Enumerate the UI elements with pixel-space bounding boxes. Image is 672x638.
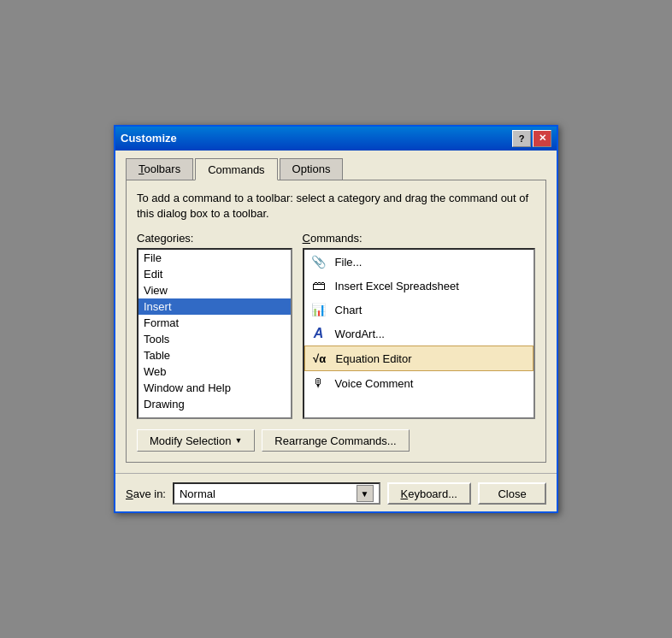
dialog-content: Toolbars Commands Options To add a comma…	[115, 151, 557, 473]
categories-panel: Categories: File Edit View Insert Format…	[137, 232, 292, 419]
category-insert[interactable]: Insert	[139, 298, 291, 315]
command-voice-label: Voice Comment	[335, 377, 414, 390]
panels-row: Categories: File Edit View Insert Format…	[137, 232, 535, 419]
commands-panel: Commands: 📎 File... 🗃 Insert Excel Sprea…	[303, 232, 535, 419]
action-buttons-row: Modify Selection ▼ Rearrange Commands...	[137, 429, 535, 452]
tab-content-commands: To add a command to a toolbar: select a …	[126, 180, 546, 463]
title-bar-buttons: ? ✕	[512, 130, 551, 147]
equation-icon: √α	[310, 349, 329, 368]
rearrange-commands-button[interactable]: Rearrange Commands...	[262, 429, 409, 452]
command-insert-excel-label: Insert Excel Spreadsheet	[335, 280, 459, 292]
category-table[interactable]: Table	[139, 347, 291, 363]
command-file[interactable]: 📎 File...	[304, 250, 533, 274]
category-drawing[interactable]: Drawing	[139, 396, 291, 412]
category-format[interactable]: Format	[139, 315, 291, 331]
commands-listbox[interactable]: 📎 File... 🗃 Insert Excel Spreadsheet 📊 C…	[303, 248, 535, 419]
save-in-value: Normal	[180, 487, 357, 500]
category-edit[interactable]: Edit	[139, 266, 291, 282]
save-in-label: Save in:	[126, 487, 166, 500]
command-insert-excel[interactable]: 🗃 Insert Excel Spreadsheet	[304, 274, 533, 298]
dropdown-arrow-icon: ▼	[234, 436, 242, 445]
category-tools[interactable]: Tools	[139, 331, 291, 347]
command-chart-label: Chart	[335, 304, 363, 316]
categories-label: Categories:	[137, 232, 292, 245]
keyboard-label: Keyboard...	[401, 487, 458, 500]
help-button[interactable]: ?	[512, 130, 531, 147]
title-bar: Customize ? ✕	[115, 127, 557, 151]
command-voice-comment[interactable]: 🎙 Voice Comment	[304, 371, 533, 395]
save-in-dropdown-button[interactable]: ▼	[357, 485, 374, 502]
close-button[interactable]: Close	[478, 482, 546, 505]
tab-commands[interactable]: Commands	[195, 158, 277, 180]
chart-icon: 📊	[309, 300, 328, 319]
customize-dialog: Customize ? ✕ Toolbars Commands Options …	[114, 125, 558, 513]
category-file[interactable]: File	[139, 250, 291, 266]
window-close-button[interactable]: ✕	[533, 130, 551, 147]
command-equation-editor[interactable]: √α Equation Editor	[304, 346, 533, 371]
file-icon: 📎	[309, 252, 328, 271]
voice-icon: 🎙	[309, 374, 328, 393]
footer: Save in: Normal ▼ Keyboard... Close	[115, 473, 557, 511]
tab-toolbars[interactable]: Toolbars	[126, 158, 193, 180]
keyboard-button[interactable]: Keyboard...	[387, 482, 472, 505]
dialog-title: Customize	[121, 132, 177, 145]
excel-icon: 🗃	[309, 276, 328, 295]
command-equation-label: Equation Editor	[336, 352, 412, 365]
category-web[interactable]: Web	[139, 363, 291, 380]
wordart-icon: A	[309, 324, 328, 343]
command-wordart-label: WordArt...	[335, 328, 385, 340]
categories-listbox[interactable]: File Edit View Insert Format Tools Table…	[137, 248, 292, 419]
save-in-combo[interactable]: Normal ▼	[173, 482, 380, 505]
close-label: Close	[498, 487, 526, 500]
commands-label: Commands:	[303, 232, 535, 245]
command-file-label: File...	[335, 256, 363, 269]
footer-buttons: Keyboard... Close	[387, 482, 547, 505]
command-wordart[interactable]: A WordArt...	[304, 322, 533, 346]
tab-options[interactable]: Options	[280, 158, 344, 180]
category-window-help[interactable]: Window and Help	[139, 380, 291, 396]
modify-selection-button[interactable]: Modify Selection ▼	[137, 429, 255, 452]
category-view[interactable]: View	[139, 282, 291, 298]
command-chart[interactable]: 📊 Chart	[304, 298, 533, 322]
description-text: To add a command to a toolbar: select a …	[137, 191, 535, 222]
tab-bar: Toolbars Commands Options	[126, 157, 546, 180]
